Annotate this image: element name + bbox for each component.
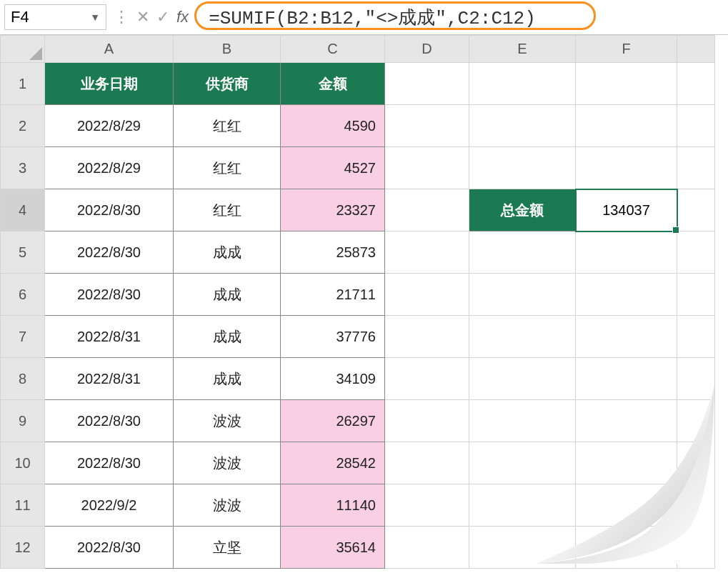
cell-supplier[interactable]: 成成: [174, 358, 281, 400]
cell[interactable]: [576, 274, 677, 316]
cell[interactable]: [469, 484, 576, 527]
cell[interactable]: [385, 231, 469, 274]
cell-supplier[interactable]: 红红: [174, 147, 281, 189]
col-header-C[interactable]: C: [281, 36, 385, 63]
col-header-A[interactable]: A: [45, 36, 174, 63]
cell[interactable]: [385, 442, 469, 484]
cell-amount[interactable]: 23327: [281, 189, 385, 231]
cell[interactable]: [385, 274, 469, 316]
cell[interactable]: [469, 358, 576, 400]
row-header[interactable]: 10: [1, 442, 45, 484]
cell[interactable]: [469, 105, 576, 147]
col-header-E[interactable]: E: [469, 36, 576, 63]
cancel-icon[interactable]: ✕: [136, 8, 149, 26]
cell-supplier[interactable]: 立坚: [174, 527, 281, 569]
cell[interactable]: [677, 484, 715, 527]
cell-date[interactable]: 2022/8/30: [45, 442, 174, 484]
cell[interactable]: [469, 274, 576, 316]
cell-date[interactable]: 2022/8/31: [45, 316, 174, 358]
cell[interactable]: [677, 442, 715, 484]
cell[interactable]: [469, 527, 576, 569]
row-header[interactable]: 8: [1, 358, 45, 400]
cell[interactable]: [385, 147, 469, 189]
cell-amount[interactable]: 28542: [281, 442, 385, 484]
enter-icon[interactable]: ✓: [156, 8, 169, 26]
fx-icon[interactable]: fx: [176, 8, 189, 26]
cell-amount[interactable]: 4590: [281, 105, 385, 147]
cell[interactable]: [576, 442, 677, 484]
total-value-selected[interactable]: 134037: [576, 189, 677, 231]
name-box[interactable]: F4 ▼: [4, 4, 106, 30]
cell[interactable]: [677, 316, 715, 358]
cell-amount[interactable]: 11140: [281, 484, 385, 527]
cell[interactable]: [469, 147, 576, 189]
cell-amount[interactable]: 21711: [281, 274, 385, 316]
cell-supplier[interactable]: 成成: [174, 316, 281, 358]
cell-date[interactable]: 2022/8/30: [45, 231, 174, 274]
cell-supplier[interactable]: 波波: [174, 442, 281, 484]
cell-date[interactable]: 2022/9/2: [45, 484, 174, 527]
grid[interactable]: A B C D E F 1 业务日期 供货商 金额 2 2022/8/29 红红…: [0, 35, 715, 569]
cell-date[interactable]: 2022/8/30: [45, 189, 174, 231]
cell[interactable]: [677, 63, 715, 105]
cell[interactable]: [576, 316, 677, 358]
cell[interactable]: [385, 63, 469, 105]
cell-date[interactable]: 2022/8/30: [45, 274, 174, 316]
cell-date[interactable]: 2022/8/29: [45, 147, 174, 189]
cell-date[interactable]: 2022/8/29: [45, 105, 174, 147]
cell-supplier[interactable]: 波波: [174, 400, 281, 442]
cell[interactable]: [469, 316, 576, 358]
cell[interactable]: [576, 147, 677, 189]
cell-amount[interactable]: 37776: [281, 316, 385, 358]
cell[interactable]: [576, 358, 677, 400]
cell-date[interactable]: 2022/8/30: [45, 400, 174, 442]
cell-amount[interactable]: 26297: [281, 400, 385, 442]
cell-supplier[interactable]: 红红: [174, 189, 281, 231]
row-header[interactable]: 7: [1, 316, 45, 358]
cell[interactable]: [469, 231, 576, 274]
cell[interactable]: [385, 484, 469, 527]
cell[interactable]: [385, 105, 469, 147]
cell-supplier[interactable]: 成成: [174, 231, 281, 274]
cell[interactable]: [469, 400, 576, 442]
row-header[interactable]: 5: [1, 231, 45, 274]
row-header[interactable]: 2: [1, 105, 45, 147]
cell-amount[interactable]: 35614: [281, 527, 385, 569]
cell[interactable]: [677, 147, 715, 189]
cell-amount[interactable]: 25873: [281, 231, 385, 274]
col-header-D[interactable]: D: [385, 36, 469, 63]
cell-supplier[interactable]: 波波: [174, 484, 281, 527]
cell-date[interactable]: 2022/8/31: [45, 358, 174, 400]
row-header[interactable]: 11: [1, 484, 45, 527]
row-header[interactable]: 12: [1, 527, 45, 569]
cell[interactable]: [385, 400, 469, 442]
header-amount[interactable]: 金额: [281, 63, 385, 105]
cell[interactable]: [677, 400, 715, 442]
cell[interactable]: [677, 358, 715, 400]
formula-input-wrap[interactable]: =SUMIF(B2:B12,"<>成成",C2:C12): [196, 2, 728, 32]
name-box-dropdown-icon[interactable]: ▼: [90, 11, 100, 23]
col-header-F[interactable]: F: [576, 36, 677, 63]
cell[interactable]: [469, 442, 576, 484]
cell[interactable]: [576, 484, 677, 527]
cell[interactable]: [385, 316, 469, 358]
row-header[interactable]: 6: [1, 274, 45, 316]
row-header[interactable]: 4: [1, 189, 45, 231]
cell[interactable]: [576, 400, 677, 442]
cell[interactable]: [576, 105, 677, 147]
cell[interactable]: [576, 231, 677, 274]
cell[interactable]: [677, 231, 715, 274]
cell-amount[interactable]: 34109: [281, 358, 385, 400]
row-header[interactable]: 9: [1, 400, 45, 442]
col-header-B[interactable]: B: [174, 36, 281, 63]
cell[interactable]: [677, 274, 715, 316]
select-all-corner[interactable]: [1, 36, 45, 63]
row-header[interactable]: 1: [1, 63, 45, 105]
cell[interactable]: [385, 358, 469, 400]
cell[interactable]: [677, 105, 715, 147]
cell[interactable]: [677, 527, 715, 569]
cell-date[interactable]: 2022/8/30: [45, 527, 174, 569]
cell[interactable]: [469, 63, 576, 105]
cell[interactable]: [677, 189, 715, 231]
cell[interactable]: [576, 527, 677, 569]
